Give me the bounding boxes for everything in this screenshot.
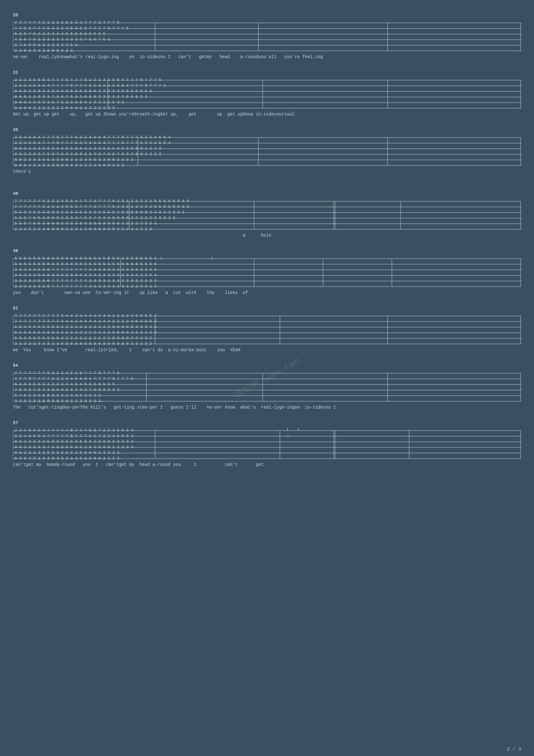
svg-text:0 0 0  2 3 3 3 3         5   7: 0 0 0 2 3 3 3 3 5 7 5 3 3 0 0 0 2 3 3 3 … bbox=[15, 100, 124, 105]
svg-text:7  5   6   7  5    2  2  2  2 : 7 5 6 7 5 2 2 2 2 3 3 3 3 3 3 7 5 6 7 5 … bbox=[15, 37, 110, 42]
section-40: 40 text{font-family:'Courier New',monosp… bbox=[13, 187, 521, 238]
svg-text:2  2   4 5 5 5 4   7  7  7  7 : 2 2 4 5 5 5 4 7 7 7 7 7 8 7 7 7 5 2 7 2 … bbox=[15, 434, 133, 438]
svg-text:—: — bbox=[286, 434, 289, 438]
svg-text:0 0   0 3 3 3         3       : 0 0 0 3 3 3 3 3 3 0 0 0 3 3 3 3 3 3 0 0 … bbox=[15, 163, 124, 168]
svg-text:3 3 3 3 3 5 5 0  9 9      9  9: 3 3 3 3 3 5 5 0 9 9 9 9 9 9 9 9 3 3 3 3 … bbox=[15, 273, 156, 278]
lyrics-35: there's bbox=[13, 169, 521, 174]
tab-staff-31: text{font-family:'Courier New',monospace… bbox=[13, 76, 521, 111]
svg-text:0  0   2 3 3 3 3   7  5   6  5: 0 0 2 3 3 3 3 7 5 6 5 5 5 5 5 3 5 2 5 0 … bbox=[15, 445, 133, 450]
svg-text:7 7 7  7 7 7 7 7 7 7  4 4 4 4 : 7 7 7 7 7 7 7 7 7 7 4 4 4 4 4 4 4 4 4 4 … bbox=[15, 314, 156, 318]
section-number-57: 57 bbox=[13, 421, 521, 425]
svg-text:3 3 3  3 3 3 3 3 3 3  0 0 0 0 : 3 3 3 3 3 3 3 3 3 3 0 0 0 0 0 0 0 0 0 0 … bbox=[15, 342, 152, 346]
svg-text:2 2 2  4 5 5 5 4   7  7  7   7: 2 2 2 4 5 5 5 4 7 7 7 7 9 7 7 7 5 2 2 2 … bbox=[15, 84, 166, 88]
section-number-28: 28 bbox=[13, 13, 521, 18]
svg-text:7  7  7   9     7   7  7  7 5 : 7 7 7 9 7 7 7 7 5 2 2 2 4 5 5 5 4 7 7 7 … bbox=[15, 377, 133, 381]
section-51: 51 text{font-family:'Courier New',monosp… bbox=[13, 302, 521, 353]
svg-text:5 5 5 5 5 5 5 0  9 9      9  9: 5 5 5 5 5 5 5 0 9 9 9 9 9 9 9 9 5 5 5 5 … bbox=[15, 256, 156, 261]
lyrics-57: can'tget my heada-round you I can'tget m… bbox=[13, 462, 521, 467]
svg-text:♩: ♩ bbox=[107, 256, 110, 261]
section-number-54: 54 bbox=[13, 363, 521, 368]
svg-text:0  0   0 3 3 3 3         3    : 0 0 0 3 3 3 3 3 5 3 3 3 3 3 5 0 0 0 0 3 … bbox=[15, 456, 119, 461]
svg-text:3 3 3 3 3 3 3 0  7 7      7  7: 3 3 3 3 3 3 3 0 7 7 7 7 7 7 7 7 3 3 3 3 … bbox=[15, 284, 156, 289]
page-number: 2 / 3 bbox=[507, 747, 521, 752]
svg-text:2 2 2  4 5 5 5 4   7  7 7     : 2 2 2 4 5 5 5 4 7 7 7 9 7 7 7 5 2 2 2 4 … bbox=[15, 78, 161, 82]
section-number-46: 46 bbox=[13, 249, 521, 253]
lyrics-31: Get up, get up get up, get up Shows you'… bbox=[13, 112, 521, 117]
svg-text:7 7 7   7  7  7 5  2 2  2  4 5: 7 7 7 7 7 7 5 2 2 2 4 5 5 5 7 7 7 9 7 7 … bbox=[15, 205, 189, 209]
svg-text:3       3   9      3   3  3  0: 3 3 9 3 3 3 0 0 0 0 3 0 3 3 3 9 3 3 3 bbox=[15, 399, 101, 403]
svg-text:7 7 7  7 7 7 7 7 7 7  4 4 4 4 : 7 7 7 7 7 7 7 7 7 7 4 4 4 4 4 4 4 4 4 4 … bbox=[15, 319, 156, 324]
svg-text:0  0   2 3 3 3 3   5  6 5   5 : 0 0 2 3 3 3 3 5 6 5 5 5 5 5 5 5 5 2 5 0 … bbox=[15, 440, 133, 444]
lyrics-40: a hole bbox=[13, 233, 521, 238]
svg-text:2 2   4 5 5 4   7  7  7  9   7: 2 2 4 5 5 4 7 7 7 9 7 7 7 5 2 2 4 5 5 4 … bbox=[15, 141, 171, 145]
tab-staff-28: text { font-family: 'Courier New', monos… bbox=[13, 19, 521, 54]
svg-text:0 0   2 3 3 3   5  6 5   9    : 0 0 2 3 3 3 5 6 5 9 5 5 5 0 0 2 3 3 3 5 … bbox=[15, 147, 161, 151]
svg-text:5  6  5          9     5   5  : 5 6 5 9 5 5 5 2 2 2 4 4 4 5 4 5 6 5 9 5 … bbox=[15, 382, 115, 387]
svg-text:3          3    0 0   0  3 3  : 3 3 0 0 0 3 3 0 0 0 3 3 3 bbox=[15, 49, 73, 53]
svg-text:7 7 7   7  7  7 5  2 2  2  4 5: 7 7 7 7 7 7 5 2 2 2 4 5 5 4 7 7 7 9 7 7 … bbox=[15, 199, 189, 203]
svg-text:0 0 0  0 3 3 3 3         3    : 0 0 0 0 3 3 3 3 3 3 3 0 0 0 0 3 3 3 3 3 … bbox=[15, 106, 115, 110]
svg-text:5       7   9      5   3  3  0: 5 7 9 5 3 3 0 0 0 2 3 3 3 3 5 9 5 3 3 bbox=[15, 394, 101, 398]
tab-staff-51: text{font-family:'Courier New',monospace… bbox=[13, 312, 521, 347]
svg-text:3 3 3   5  3  3 3  0 0  0  0 3: 3 3 3 5 3 3 3 0 0 0 0 3 3 3 3 3 0 0 0 0 … bbox=[15, 227, 152, 231]
section-number-40: 40 bbox=[13, 191, 521, 196]
svg-text:5  7       5    0 0   0  3 3  : 5 7 5 0 0 0 3 3 3 3 3 3 5 5 bbox=[15, 43, 78, 47]
lyrics-54: The cut'sget-tingdee-perThe hill's get-t… bbox=[13, 405, 521, 410]
svg-text:5 5 5   7  5  5 3  0 0  0  2 3: 5 5 5 7 5 5 3 0 0 0 2 3 3 3 7 5 6 7 5 3 … bbox=[15, 216, 175, 220]
svg-text:7  7  7               7  7  7 : 7 7 7 7 7 7 5 2 2 2 4 5 5 5 4 7 7 7 9 7 … bbox=[15, 21, 119, 25]
svg-text:0 0 0  2 3 3 3 3   7  5   6   : 0 0 0 2 3 3 3 3 7 5 6 7 5 3 3 0 0 0 2 3 … bbox=[15, 95, 147, 99]
page: 弹琴吧 www.tan 28 text { font-family: 'Cour… bbox=[0, 0, 534, 756]
svg-text:3 3 3 3 3 5 5 0  7 7      7  7: 3 3 3 3 3 5 5 0 7 7 7 7 7 7 7 7 3 3 3 3 … bbox=[15, 279, 156, 283]
lyrics-46: you don't wan-na see Co-ver-ing it up li… bbox=[13, 291, 521, 295]
svg-text:2  2   4 5 5 5 4   7  7 7   7 : 2 2 4 5 5 5 4 7 7 7 7 7 8 7 7 7 5 0 7 2 … bbox=[15, 428, 133, 433]
svg-text:♩: ♩ bbox=[159, 256, 162, 261]
tab-staff-46: text{font-family:'Courier New',monospace… bbox=[13, 254, 521, 290]
tab-staff-40: text{font-family:'Courier New',monospace… bbox=[13, 197, 521, 232]
svg-text:7  5   6   9     7   5   3  3 : 7 5 6 9 7 5 3 3 0 0 0 2 3 3 3 3 7 5 6 9 … bbox=[15, 388, 119, 392]
section-54: 54 text{font-family:'Courier New',monosp… bbox=[13, 359, 521, 410]
svg-text:5 5 5  5 5 5 5 5 5 5  2 2 2 2 : 5 5 5 5 5 5 5 5 5 5 2 2 2 2 2 2 2 2 2 2 … bbox=[15, 331, 156, 335]
svg-text:7  7  5   9   7  7  7  5  2 2 : 7 7 5 9 7 7 7 5 2 2 2 4 5 5 5 5 7 7 7 7 … bbox=[15, 26, 129, 31]
svg-text:7  7 7          7   7  7  7 5 : 7 7 7 7 7 7 7 5 2 2 2 4 5 5 5 7 7 7 9 7 … bbox=[15, 371, 119, 375]
svg-text:0 0 0  2 3 3 3 3   5  6 5     : 0 0 0 2 3 3 3 3 5 6 5 9 5 5 5 0 0 0 2 3 … bbox=[15, 89, 152, 94]
svg-text:5 5 5 5 5 5 5 0  9 9      9  9: 5 5 5 5 5 5 5 0 9 9 9 9 9 9 9 9 5 5 5 5 … bbox=[15, 262, 156, 266]
section-31: 31 text{font-family:'Courier New',monosp… bbox=[13, 66, 521, 117]
section-number-51: 51 bbox=[13, 306, 521, 311]
section-28: 28 text { font-family: 'Courier New', mo… bbox=[13, 9, 521, 59]
svg-text:5 5 5  5 5 5 5 5 5 5  2 2 2 2 : 5 5 5 5 5 5 5 5 5 5 2 2 2 2 2 2 2 2 2 2 … bbox=[15, 336, 152, 341]
section-35: 35 text{font-family:'Courier New',monosp… bbox=[13, 123, 521, 174]
section-46: 46 text{font-family:'Courier New',monosp… bbox=[13, 244, 521, 295]
svg-text:♩: ♩ bbox=[210, 256, 213, 261]
tab-staff-35: text{font-family:'Courier New',monospace… bbox=[13, 133, 521, 169]
section-number-35: 35 bbox=[13, 128, 521, 132]
svg-text:3 3 3 3 3 5 5 0  7 7      7  7: 3 3 3 3 3 5 5 0 7 7 7 7 7 7 7 7 3 3 3 3 … bbox=[15, 268, 156, 272]
svg-text:5 5 5   7  5  5 5  0 0  0  2 3: 5 5 5 7 5 5 5 0 0 0 2 3 3 3 5 6 5 9 5 5 … bbox=[15, 210, 184, 215]
lyrics-28: ne-ver real-lyknowwhat's real-lygo-ing o… bbox=[13, 55, 521, 59]
svg-text:0 0   2 3 3 3   7  5   6  7   : 0 0 2 3 3 3 7 5 6 7 5 3 3 0 0 2 3 3 3 7 … bbox=[15, 152, 161, 156]
lyrics-51: me You know I've real-lytried, I can't d… bbox=[13, 348, 521, 353]
svg-text:5  6  5              7  5     : 5 6 5 7 5 2 2 2 4 4 4 5 5 5 6 9 5 5 5 5 bbox=[15, 32, 106, 36]
tab-staff-57: text{font-family:'Courier New',monospace… bbox=[13, 426, 521, 462]
section-57: 57 text{font-family:'Courier New',monosp… bbox=[13, 416, 521, 467]
svg-text:2 2   4 5 5 4   7  7 7   9   7: 2 2 4 5 5 4 7 7 7 9 7 7 7 5 2 2 4 5 5 4 … bbox=[15, 135, 171, 140]
svg-text:5 5 5  5 5 5 5 5 5 5  2 2 2 2 : 5 5 5 5 5 5 5 5 5 5 2 2 2 2 2 2 2 2 2 2 … bbox=[15, 325, 156, 329]
svg-text:0  0   2 3 3 3 3         5    : 0 0 2 3 3 3 3 5 5 5 5 5 5 3 5 0 0 0 2 3 … bbox=[15, 451, 119, 455]
svg-text:0 0   2 3 3 3         5       : 0 0 2 3 3 3 5 5 3 3 0 0 2 3 3 3 5 5 3 3 … bbox=[15, 158, 133, 162]
svg-text:5 5 5   7  5  5 3  0 0  0  2 3: 5 5 5 7 5 5 3 0 0 0 2 3 3 3 5 5 3 0 0 0 … bbox=[15, 222, 156, 226]
tab-staff-54: text{font-family:'Courier New',monospace… bbox=[13, 369, 521, 404]
section-number-31: 31 bbox=[13, 70, 521, 75]
svg-text:7: 7 bbox=[297, 428, 299, 432]
